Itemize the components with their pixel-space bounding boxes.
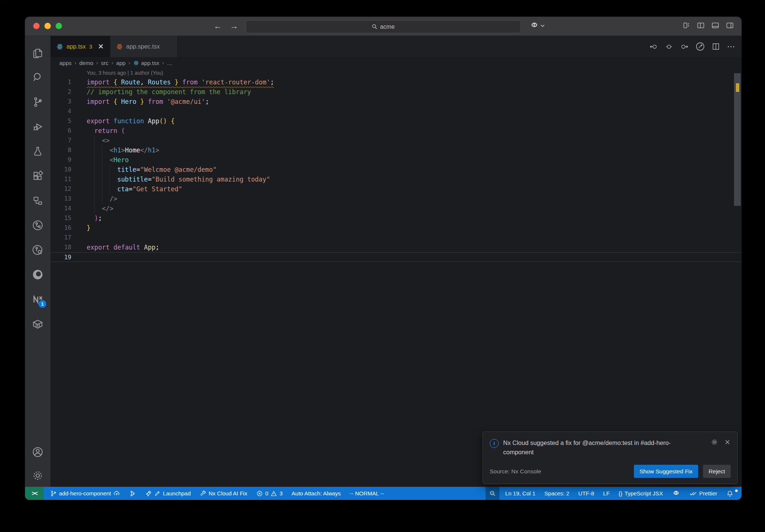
reject-button[interactable]: Reject bbox=[703, 465, 731, 478]
code-line-13[interactable]: 13 /> bbox=[50, 194, 741, 204]
cursor-position-status[interactable]: Ln 19, Col 1 bbox=[502, 487, 539, 500]
code-line-10[interactable]: 10 title="Welcmoe @acme/demo" bbox=[50, 165, 741, 174]
source-control-icon[interactable] bbox=[29, 90, 47, 114]
split-editor-icon[interactable] bbox=[712, 42, 720, 51]
error-icon bbox=[256, 490, 263, 497]
toast-gear-icon[interactable] bbox=[710, 438, 718, 446]
code-line-1[interactable]: 1import { Route, Routes } from 'react-ro… bbox=[50, 77, 741, 87]
current-change-icon[interactable] bbox=[665, 42, 673, 51]
nx-fix-label: Nx Cloud AI Fix bbox=[209, 490, 247, 497]
code-line-3[interactable]: 3import { Hero } from '@acme/ui'; bbox=[50, 97, 741, 106]
customize-layout-icon[interactable] bbox=[682, 21, 690, 30]
problems-status[interactable]: 0 3 bbox=[253, 487, 286, 500]
gitlens-icon[interactable] bbox=[29, 213, 47, 238]
encoding-status[interactable]: UTF-8 bbox=[575, 487, 598, 500]
nx-console-icon[interactable]: 1 bbox=[29, 287, 47, 312]
eol-status[interactable]: LF bbox=[600, 487, 613, 500]
toggle-primary-sidebar-icon[interactable] bbox=[697, 21, 705, 30]
toggle-panel-icon[interactable] bbox=[711, 21, 719, 30]
code-line-5[interactable]: 5export function App() { bbox=[50, 116, 741, 126]
edge-browser-icon[interactable] bbox=[29, 262, 47, 287]
vim-mode-status[interactable]: -- NORMAL -- bbox=[346, 487, 387, 500]
more-actions-icon[interactable] bbox=[727, 42, 735, 51]
zoom-window-button[interactable] bbox=[56, 23, 62, 29]
copilot-status[interactable] bbox=[669, 487, 684, 500]
gitlens-inspect-icon[interactable] bbox=[29, 238, 47, 262]
back-arrow-icon[interactable]: ← bbox=[214, 22, 222, 30]
warning-overview-marker bbox=[736, 83, 739, 92]
breadcrumb-item[interactable]: demo bbox=[79, 60, 93, 66]
chevron-right-icon: › bbox=[96, 60, 98, 66]
bell-icon bbox=[726, 490, 734, 497]
code-editor[interactable]: You, 3 hours ago | 1 author (You) 1impor… bbox=[50, 68, 741, 487]
close-tab-icon[interactable]: ✕ bbox=[98, 42, 104, 51]
copilot-menu[interactable] bbox=[530, 21, 545, 30]
code-line-9[interactable]: 9 <Hero bbox=[50, 155, 741, 165]
editor-scrollbar[interactable] bbox=[733, 68, 741, 487]
code-line-16[interactable]: 16} bbox=[50, 223, 741, 233]
chevron-down-icon bbox=[541, 24, 545, 27]
breadcrumb-symbol[interactable]: … bbox=[167, 60, 173, 66]
gitlens-blame-codelens[interactable]: You, 3 hours ago | 1 author (You) bbox=[50, 68, 741, 77]
copilot-icon bbox=[530, 21, 539, 30]
forward-arrow-icon[interactable]: → bbox=[230, 22, 238, 30]
breadcrumb-file[interactable]: app.tsx bbox=[133, 60, 159, 66]
indentation-status[interactable]: Spaces: 2 bbox=[541, 487, 573, 500]
tab-app-tsx[interactable]: app.tsx 3 ✕ bbox=[50, 36, 110, 57]
minimize-window-button[interactable] bbox=[44, 23, 51, 29]
tab-app-spec-tsx[interactable]: app.spec.tsx ✕ bbox=[110, 36, 178, 57]
search-icon bbox=[372, 24, 377, 30]
code-line-4[interactable]: 4 bbox=[50, 106, 741, 116]
run-and-debug-icon[interactable] bbox=[29, 114, 47, 139]
formatter-status[interactable]: Prettier bbox=[686, 487, 721, 500]
testing-icon[interactable] bbox=[29, 139, 47, 164]
git-branch-icon bbox=[50, 490, 57, 497]
nx-cloud-ai-fix-button[interactable]: Nx Cloud AI Fix bbox=[196, 487, 251, 500]
graph-icon bbox=[129, 490, 136, 497]
code-line-11[interactable]: 11 subtitle="Build something amazing tod… bbox=[50, 174, 741, 184]
account-icon[interactable] bbox=[29, 440, 47, 464]
editor-actions bbox=[649, 36, 735, 57]
breadcrumb-item[interactable]: src bbox=[101, 60, 108, 66]
chevron-right-icon: › bbox=[111, 60, 113, 66]
search-view-icon[interactable] bbox=[29, 65, 47, 90]
warning-count: 3 bbox=[279, 490, 282, 497]
navigate-forward-icon[interactable] bbox=[680, 42, 689, 51]
language-mode-status[interactable]: {} TypeScript JSX bbox=[615, 487, 666, 500]
containers-icon[interactable] bbox=[29, 312, 47, 336]
code-line-17[interactable]: 17 bbox=[50, 233, 741, 242]
code-line-19[interactable]: 19 bbox=[50, 252, 741, 262]
toggle-secondary-sidebar-icon[interactable] bbox=[726, 21, 734, 30]
code-line-15[interactable]: 15 ); bbox=[50, 213, 741, 223]
code-line-12[interactable]: 12 cta="Get Started" bbox=[50, 184, 741, 194]
command-center-search[interactable]: acme bbox=[246, 20, 521, 33]
references-icon[interactable] bbox=[29, 188, 47, 213]
code-line-18[interactable]: 18export default App; bbox=[50, 242, 741, 252]
extensions-icon[interactable] bbox=[29, 164, 47, 188]
code-line-2[interactable]: 2// importing the component from the lib… bbox=[50, 87, 741, 97]
remote-indicator[interactable]: >< bbox=[25, 487, 44, 500]
breadcrumb-item[interactable]: app bbox=[116, 60, 126, 66]
zoom-out-button[interactable] bbox=[486, 487, 499, 500]
source-control-graph-button[interactable] bbox=[126, 487, 139, 500]
commit-graph-icon[interactable] bbox=[695, 41, 705, 52]
settings-gear-icon[interactable] bbox=[29, 464, 47, 487]
explorer-icon[interactable] bbox=[29, 40, 47, 65]
notifications-bell[interactable] bbox=[723, 487, 737, 500]
code-line-8[interactable]: 8 <h1>Home</h1> bbox=[50, 145, 741, 155]
activity-bar: 1 bbox=[25, 36, 50, 487]
code-line-14[interactable]: 14 </> bbox=[50, 204, 741, 213]
scrollbar-thumb[interactable] bbox=[734, 73, 741, 206]
toast-close-icon[interactable] bbox=[724, 439, 731, 445]
navigate-back-icon[interactable] bbox=[649, 42, 658, 51]
pen-icon bbox=[154, 490, 161, 497]
show-suggested-fix-button[interactable]: Show Suggested Fix bbox=[634, 465, 698, 478]
chevron-right-icon: › bbox=[128, 60, 130, 66]
code-line-6[interactable]: 6 return ( bbox=[50, 126, 741, 136]
launchpad-button[interactable]: Launchpad bbox=[142, 487, 194, 500]
auto-attach-status[interactable]: Auto Attach: Always bbox=[288, 487, 344, 500]
close-window-button[interactable] bbox=[33, 23, 40, 29]
git-branch-status[interactable]: add-hero-component bbox=[47, 487, 124, 500]
breadcrumb-item[interactable]: apps bbox=[59, 60, 72, 66]
code-line-7[interactable]: 7 <> bbox=[50, 136, 741, 145]
